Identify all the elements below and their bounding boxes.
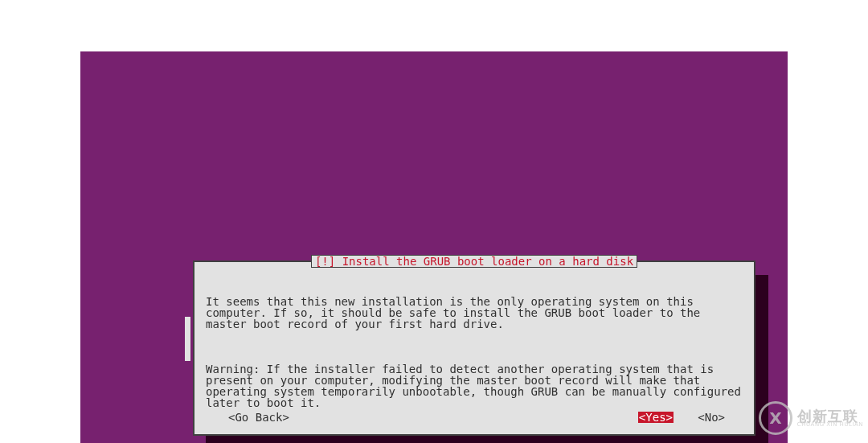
dialog-paragraph-2: Warning: If the installer failed to dete… [206,363,743,408]
grub-install-dialog: [!] Install the GRUB boot loader on a ha… [193,260,755,436]
dialog-button-row: <Go Back> <Yes> <No> [206,412,743,425]
yes-button[interactable]: <Yes> [638,412,674,423]
installer-desktop: [!] Install the GRUB boot loader on a ha… [80,51,788,443]
no-button[interactable]: <No> [698,412,725,423]
dialog-paragraph-1: It seems that this new installation is t… [206,296,743,330]
dialog-title-wrap: [!] Install the GRUB boot loader on a ha… [194,255,754,268]
watermark-logo-glyph: X [769,410,781,426]
dialog-title: [!] Install the GRUB boot loader on a ha… [315,255,633,268]
background-dialog-edge [185,317,190,361]
go-back-button[interactable]: <Go Back> [228,412,289,423]
screenshot-stage: [!] Install the GRUB boot loader on a ha… [0,0,868,443]
watermark: X 创新互联 CHUANG XIN HULIAN [759,401,863,435]
watermark-logo-icon: X [759,401,792,435]
watermark-sub: CHUANG XIN HULIAN [797,422,863,428]
watermark-text-block: 创新互联 CHUANG XIN HULIAN [797,409,863,428]
dialog-title-border: [!] Install the GRUB boot loader on a ha… [311,255,637,268]
